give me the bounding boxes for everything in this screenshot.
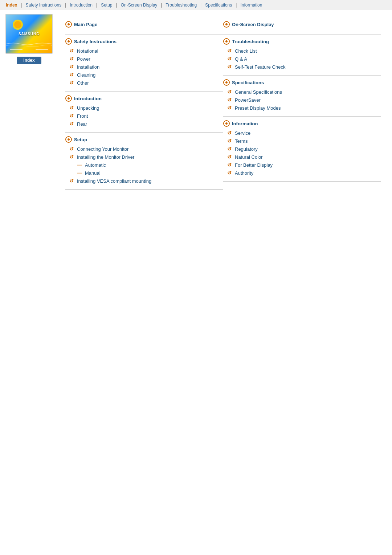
arrow-icon-vesa: ↺ [68,178,75,184]
nav-sep-4: | [115,3,118,8]
arrow-icon-installation: ↺ [68,64,75,70]
section-title-row-info: Information [223,120,381,127]
link-better-display[interactable]: For Better Display [235,162,273,168]
left-column: Main Page Safety Instructions ↺ Notation… [65,17,223,190]
sub-installing-driver: ↺ Installing the Monitor Driver [68,154,223,160]
sub-checklist: ↺ Check List [226,48,381,54]
arrow-icon-qa: ↺ [226,56,233,62]
link-cleaning[interactable]: Cleaning [77,72,95,78]
arrow-icon-installing-driver: ↺ [68,154,75,160]
sub-regulatory: ↺ Regulatory [226,146,381,152]
section-introduction: Introduction ↺ Unpacking ↺ Front ↺ Rear [65,92,223,133]
sidebar-image-bottom [6,49,52,50]
link-notational[interactable]: Notational [77,48,98,54]
sidebar-line-left [10,49,23,50]
nav-sep-3: | [95,3,98,8]
sub-manual: — Manual [76,170,223,176]
section-title-row-intro: Introduction [65,95,223,102]
link-checklist[interactable]: Check List [235,48,257,54]
link-powersaver[interactable]: PowerSaver [235,97,261,103]
link-safety[interactable]: Safety Instructions [74,39,117,44]
sub-preset-modes: ↺ Preset Display Modes [226,105,381,111]
sidebar-image: SAMSUNG [5,14,53,54]
link-natural-color[interactable]: Natural Color [235,154,263,160]
nav-sep-5: | [160,3,163,8]
arrow-icon-natural-color: ↺ [226,154,233,160]
nav-setup[interactable]: Setup [98,2,115,8]
arrow-icon-notational: ↺ [68,48,75,54]
nav-sep-2: | [64,3,67,8]
sub-front: ↺ Front [68,113,223,119]
link-installation[interactable]: Installation [77,64,99,70]
arrow-icon-authority: ↺ [226,170,233,176]
link-automatic[interactable]: Automatic [85,162,106,168]
link-other[interactable]: Other [77,80,89,86]
nav-information[interactable]: Information [237,2,265,8]
section-information: Information ↺ Service ↺ Terms ↺ Regulato… [223,117,381,182]
link-power[interactable]: Power [77,56,90,62]
section-title-row-troubleshooting: Troubleshooting [223,38,381,45]
nav-sep-1: | [20,3,23,8]
sub-power: ↺ Power [68,56,223,62]
sidebar-line-right [36,49,48,50]
sub-cleaning: ↺ Cleaning [68,72,223,78]
link-main-page[interactable]: Main Page [74,22,97,27]
main-layout: SAMSUNG Index Main Page [0,10,392,200]
main-content: Main Page Safety Instructions ↺ Notation… [58,10,392,200]
link-osd[interactable]: On-Screen Display [232,22,274,27]
link-service[interactable]: Service [235,130,250,136]
link-qa[interactable]: Q & A [235,56,247,62]
link-introduction[interactable]: Introduction [74,96,102,101]
sub-other: ↺ Other [68,80,223,86]
nav-specifications[interactable]: Specifications [202,2,235,8]
link-troubleshooting[interactable]: Troubleshooting [232,39,269,44]
circle-icon-specs [223,79,230,86]
link-vesa[interactable]: Installing VESA compliant mounting [77,178,151,184]
link-terms[interactable]: Terms [235,138,248,144]
arrow-icon-preset-modes: ↺ [226,105,233,111]
link-manual[interactable]: Manual [85,170,101,176]
arrow-icon-power: ↺ [68,56,75,62]
link-unpacking[interactable]: Unpacking [77,105,99,111]
link-information[interactable]: Information [232,121,258,126]
sub-service: ↺ Service [226,130,381,136]
link-general-specs[interactable]: General Specifications [235,89,282,95]
link-authority[interactable]: Authority [235,170,253,176]
arrow-icon-powersaver: ↺ [226,97,233,103]
arrow-icon-terms: ↺ [226,138,233,144]
arrow-icon-selftest: ↺ [226,64,233,70]
sub-selftest: ↺ Self-Test Feature Check [226,64,381,70]
arrow-icon-regulatory: ↺ [226,146,233,152]
nav-index[interactable]: Index [3,2,20,8]
circle-icon-info [223,120,230,127]
nav-troubleshooting[interactable]: Troubleshooting [163,2,200,8]
link-rear[interactable]: Rear [77,121,87,127]
content-grid: Main Page Safety Instructions ↺ Notation… [65,17,381,190]
sub-unpacking: ↺ Unpacking [68,105,223,111]
nav-safety[interactable]: Safety Instructions [23,2,64,8]
arrow-icon-other: ↺ [68,80,75,86]
link-setup[interactable]: Setup [74,137,87,142]
section-title-row-safety: Safety Instructions [65,38,223,45]
link-selftest[interactable]: Self-Test Feature Check [235,64,285,70]
sub-vesa: ↺ Installing VESA compliant mounting [68,178,223,184]
link-regulatory[interactable]: Regulatory [235,146,258,152]
link-preset-modes[interactable]: Preset Display Modes [235,105,281,111]
link-connecting[interactable]: Connecting Your Monitor [77,146,128,152]
circle-icon-safety [65,38,72,45]
section-title-row-setup: Setup [65,136,223,143]
link-installing-driver[interactable]: Installing the Monitor Driver [77,154,134,160]
sub-notational: ↺ Notational [68,48,223,54]
sub-connecting: ↺ Connecting Your Monitor [68,146,223,152]
nav-onscreen[interactable]: On-Screen Display [118,2,160,8]
nav-sep-6: | [200,3,202,8]
nav-introduction[interactable]: Introduction [67,2,95,8]
link-specifications[interactable]: Specifications [232,80,264,85]
arrow-icon-front: ↺ [68,113,75,119]
circle-icon-troubleshooting [223,38,230,45]
dash-icon-manual: — [76,170,83,176]
sub-general-specs: ↺ General Specifications [226,89,381,95]
arrow-icon-rear: ↺ [68,121,75,127]
sub-installation: ↺ Installation [68,64,223,70]
link-front[interactable]: Front [77,113,88,119]
